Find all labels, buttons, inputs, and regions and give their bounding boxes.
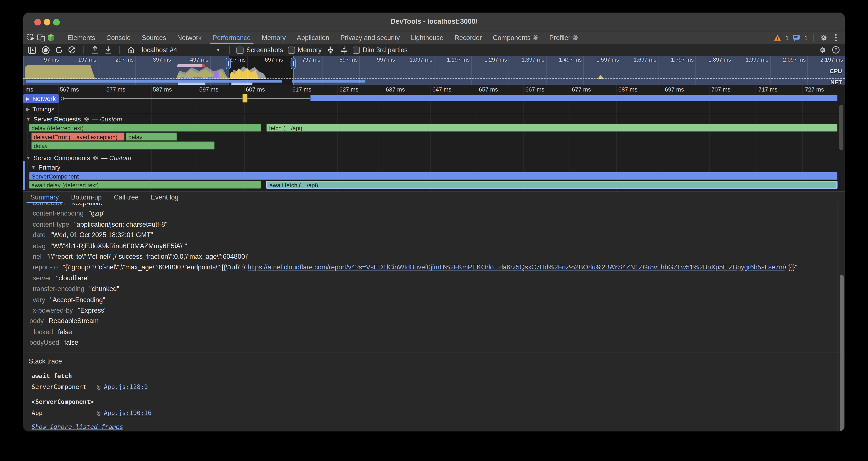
stack-frame: App@App.js:190:16 <box>32 408 845 419</box>
chevron-down-icon: ▼ <box>216 48 220 52</box>
separator <box>83 46 84 54</box>
tab-summary[interactable]: Summary <box>24 192 65 203</box>
warning-count: 1 <box>785 34 789 41</box>
property-row: x-powered-by"Express" <box>23 305 845 316</box>
event-bar-await-delay[interactable]: await delay (deferred text) <box>29 181 261 189</box>
event-bar-delayed-error[interactable]: delayedError (…ayed exception) <box>31 132 125 141</box>
property-row: bodyUsedfalse <box>23 338 845 348</box>
summary-scrollbar-thumb[interactable] <box>839 275 843 431</box>
stack-frame: <ServerComponent> <box>32 397 845 408</box>
cloudflare-report-link[interactable]: https://a.nel.cloudflare.com/report/v4?s… <box>248 263 784 271</box>
property-row: content-encoding"gzip" <box>23 209 845 220</box>
tab-components[interactable]: Components <box>488 32 543 44</box>
disclosure-collapsed-icon: ▶ <box>26 107 30 112</box>
record-and-reload-icon[interactable] <box>54 46 63 54</box>
summary-pane[interactable]: connection"keep-alive" content-encoding"… <box>23 203 845 431</box>
clear-icon[interactable] <box>67 46 76 54</box>
garbage-collect-icon[interactable] <box>326 46 335 54</box>
source-location-link[interactable]: App.js:190:16 <box>104 410 151 417</box>
property-row: etag"W/\"4b1-RjEJloX9kRinu6F0MAZMmy6E5iA… <box>23 241 845 252</box>
performance-toolbar: localhost #4 ▼ Screenshots Memory Dim 3r… <box>23 44 845 57</box>
tab-application[interactable]: Application <box>292 32 334 44</box>
issues-count: 1 <box>804 34 808 41</box>
tab-sources[interactable]: Sources <box>137 32 171 44</box>
tab-recorder[interactable]: Recorder <box>450 32 487 44</box>
load-profile-icon[interactable] <box>90 46 99 54</box>
selection-left-handle[interactable] <box>226 58 231 69</box>
toggle-sidebar-icon[interactable] <box>28 46 36 54</box>
capture-settings-gear-icon[interactable] <box>818 46 827 54</box>
event-bar-fetch-api[interactable]: fetch (…/api) <box>266 123 838 132</box>
network-request-bar[interactable] <box>310 95 837 102</box>
tab-memory[interactable]: Memory <box>257 32 291 44</box>
checkbox-box <box>237 46 244 54</box>
primary-subtrack-header[interactable]: ▼ Primary <box>31 163 60 172</box>
tab-privacy[interactable]: Privacy and security <box>335 32 405 44</box>
tab-call-tree[interactable]: Call tree <box>108 192 145 203</box>
issues-icon[interactable] <box>792 33 801 42</box>
tab-console[interactable]: Console <box>101 32 135 44</box>
extension-gem-icon[interactable] <box>46 33 55 42</box>
devtools-tabbar: Elements Console Sources Network Perform… <box>23 32 845 45</box>
tabbar-right-controls: 1 1 <box>773 33 841 42</box>
show-ignore-listed-frames-link[interactable]: Show ignore-listed frames <box>32 422 845 431</box>
property-row: content-type"application/json; charset=u… <box>23 220 845 230</box>
property-row: server"cloudflare" <box>23 273 845 284</box>
event-bar-await-fetch-selected[interactable]: await fetch (…/api) <box>266 181 838 189</box>
section-divider <box>23 352 845 353</box>
event-bar-server-component[interactable]: ServerComponent <box>29 172 838 180</box>
tab-performance[interactable]: Performance <box>208 32 256 44</box>
property-row: transfer-encoding"chunked" <box>23 284 845 294</box>
details-tabbar: Summary Bottom-up Call tree Event log <box>23 191 845 203</box>
titlebar[interactable]: DevTools - localhost:3000/ <box>23 13 845 32</box>
devtools-window: DevTools - localhost:3000/ Elements Cons… <box>23 13 845 431</box>
react-atom-icon <box>93 155 98 161</box>
event-bar-delay-deferred[interactable]: delay (deferred text) <box>29 123 261 132</box>
help-icon[interactable]: ? <box>832 46 840 54</box>
toolbar-right: ? <box>818 46 840 54</box>
tab-elements[interactable]: Elements <box>63 32 100 44</box>
history-dropdown[interactable]: localhost #4 ▼ <box>140 46 222 54</box>
network-request-marker[interactable] <box>242 94 247 103</box>
property-row-report-to: report-to"{\"group\":\"cf-nel\",\"max_ag… <box>23 262 845 273</box>
kebab-menu-icon[interactable] <box>832 33 840 42</box>
live-metrics-home-icon[interactable] <box>126 46 135 54</box>
server-components-track-header[interactable]: ▼ Server Components — Custom <box>26 153 131 162</box>
settings-gear-icon[interactable] <box>819 33 828 42</box>
warning-icon[interactable] <box>773 33 782 42</box>
save-profile-icon[interactable] <box>103 46 112 54</box>
timeline-overview[interactable]: 97 ms197 ms297 ms397 ms497 ms597 ms697 m… <box>23 56 845 85</box>
collapse-tracks-icon[interactable] <box>339 46 348 54</box>
tab-network[interactable]: Network <box>172 32 207 44</box>
tab-profiler[interactable]: Profiler <box>545 32 583 44</box>
property-row: bodyReadableStream <box>23 316 845 327</box>
inspect-icon[interactable] <box>27 33 35 42</box>
device-toolbar-icon[interactable] <box>36 33 45 42</box>
dim-3rd-parties-checkbox[interactable]: Dim 3rd parties <box>352 46 408 54</box>
stack-trace-title: Stack trace <box>23 356 845 367</box>
tab-event-log[interactable]: Event log <box>145 192 185 203</box>
screenshots-checkbox[interactable]: Screenshots <box>237 46 283 54</box>
property-row: vary"Accept-Encoding" <box>23 295 845 305</box>
stack-trace: await fetch ServerComponent@App.js:128:9… <box>23 371 845 431</box>
property-row: lockedfalse <box>23 327 845 338</box>
event-bar-delay[interactable]: delay <box>31 141 215 150</box>
event-bar-delay[interactable]: delay <box>126 132 177 141</box>
network-track-header[interactable]: ▶ Network <box>26 94 56 103</box>
flame-chart[interactable]: ms 567 ms 577 ms 587 ms 597 ms 607 ms 61… <box>23 85 845 191</box>
server-requests-track-header[interactable]: ▼ Server Requests — Custom <box>26 115 122 123</box>
timings-track-header[interactable]: ▶ Timings <box>26 105 55 114</box>
tab-bottom-up[interactable]: Bottom-up <box>65 192 108 203</box>
record-icon[interactable] <box>41 46 50 54</box>
screenshot-stage: DevTools - localhost:3000/ Elements Cons… <box>0 0 868 461</box>
summary-scrollbar-track[interactable] <box>837 203 845 431</box>
screenshots-label: Screenshots <box>246 46 283 54</box>
flame-scrollbar-thumb[interactable] <box>839 105 843 150</box>
separator <box>119 46 120 54</box>
selection-right-handle[interactable] <box>291 58 296 69</box>
tab-lighthouse[interactable]: Lighthouse <box>406 32 448 44</box>
disclosure-expanded-icon: ▼ <box>31 165 36 170</box>
memory-checkbox[interactable]: Memory <box>288 46 322 54</box>
react-atom-icon <box>572 35 578 40</box>
source-location-link[interactable]: App.js:128:9 <box>104 384 148 391</box>
